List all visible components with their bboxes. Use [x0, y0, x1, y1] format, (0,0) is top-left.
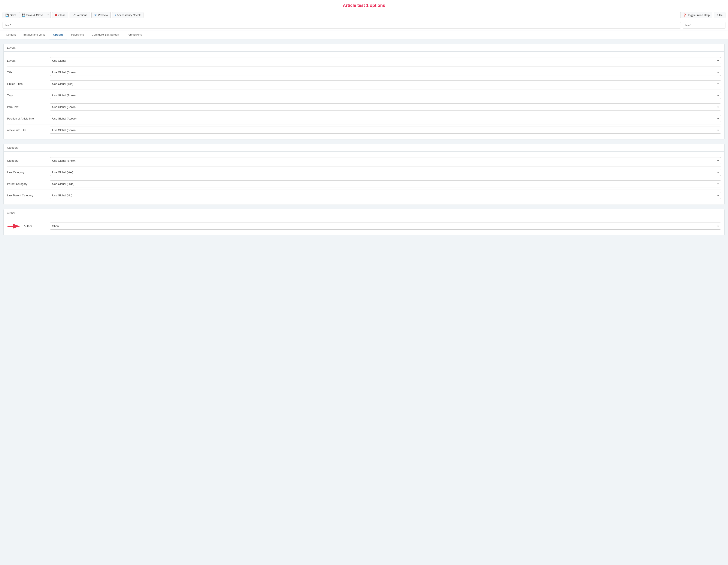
preview-button[interactable]: 👁 Preview [91, 12, 111, 18]
title-select-wrapper: Use Global (Show) [50, 69, 721, 76]
article-title-input[interactable] [3, 22, 681, 28]
parent-category-field: Use Global (Hide) [50, 180, 721, 187]
link-category-select-wrapper: Use Global (Yes) [50, 169, 721, 176]
help-label: He [719, 13, 723, 17]
layout-field-row: Layout Use Global [7, 55, 721, 67]
author-field-row: Author Show [7, 220, 721, 232]
accessibility-button[interactable]: ℹ Accessibility Check [112, 12, 143, 18]
title-bar [0, 20, 728, 30]
close-icon: ✕ [55, 13, 57, 17]
position-article-info-field: Use Global (Above) [50, 115, 721, 122]
tab-publishing[interactable]: Publishing [68, 30, 88, 39]
linked-titles-label: Linked Titles [7, 82, 50, 85]
linked-titles-field: Use Global (Yes) [50, 80, 721, 87]
save-icon: 💾 [5, 13, 9, 17]
category-field-row: Category Use Global (Show) [7, 155, 721, 167]
page-title: Article test 1 options [0, 0, 728, 10]
accessibility-label: Accessibility Check [117, 13, 141, 17]
linked-titles-select-wrapper: Use Global (Yes) [50, 80, 721, 87]
link-category-field: Use Global (Yes) [50, 169, 721, 176]
versions-button[interactable]: ⎇ Versions [70, 12, 90, 18]
tab-permissions[interactable]: Permissions [123, 30, 145, 39]
accessibility-icon: ℹ [115, 13, 116, 17]
author-section: Author Author [3, 209, 725, 235]
article-info-title-select[interactable]: Use Global (Show) [50, 127, 721, 134]
tab-configure-edit-screen[interactable]: Configure Edit Screen [88, 30, 122, 39]
help-button[interactable]: ? He [714, 12, 725, 18]
author-section-body: Author Show [4, 217, 724, 235]
layout-section-header: Layout [4, 44, 724, 52]
position-article-info-field-row: Position of Article Info Use Global (Abo… [7, 113, 721, 124]
title-field: Use Global (Show) [50, 69, 721, 76]
main-content: Layout Layout Use Global Title [0, 39, 728, 244]
intro-text-field: Use Global (Show) [50, 103, 721, 111]
article-info-title-field-row: Article Info Title Use Global (Show) [7, 124, 721, 136]
toolbar-right: ❓ Toggle Inline Help ? He [680, 12, 725, 18]
layout-label: Layout [7, 59, 50, 62]
toolbar: 💾 Save 💾 Save & Close ▾ ✕ Close ⎇ Versio… [0, 10, 728, 20]
category-section-header: Category [4, 144, 724, 152]
category-select[interactable]: Use Global (Show) [50, 157, 721, 164]
author-section-header: Author [4, 209, 724, 217]
position-article-info-label: Position of Article Info [7, 117, 50, 120]
position-article-info-select[interactable]: Use Global (Above) [50, 115, 721, 122]
close-button[interactable]: ✕ Close [52, 12, 68, 18]
tab-content[interactable]: Content [3, 30, 19, 39]
preview-icon: 👁 [94, 13, 97, 17]
save-button[interactable]: 💾 Save [3, 12, 19, 18]
link-category-field-row: Link Category Use Global (Yes) [7, 167, 721, 178]
tabs: Content Images and Links Options Publish… [0, 30, 728, 39]
tab-images-and-links[interactable]: Images and Links [20, 30, 49, 39]
parent-category-select[interactable]: Use Global (Hide) [50, 180, 721, 187]
article-info-title-field: Use Global (Show) [50, 127, 721, 134]
link-parent-category-field: Use Global (No) [50, 192, 721, 199]
author-select[interactable]: Show [50, 223, 721, 230]
category-select-wrapper: Use Global (Show) [50, 157, 721, 164]
layout-select[interactable]: Use Global [50, 57, 721, 64]
link-parent-category-select-wrapper: Use Global (No) [50, 192, 721, 199]
intro-text-select[interactable]: Use Global (Show) [50, 103, 721, 111]
tab-options[interactable]: Options [49, 30, 67, 39]
parent-category-label: Parent Category [7, 182, 50, 185]
category-section: Category Category Use Global (Show) Link… [3, 144, 725, 205]
parent-category-select-wrapper: Use Global (Hide) [50, 180, 721, 187]
link-parent-category-field-row: Link Parent Category Use Global (No) [7, 190, 721, 201]
save-close-label: Save & Close [26, 13, 43, 17]
link-parent-category-select[interactable]: Use Global (No) [50, 192, 721, 199]
layout-select-wrapper: Use Global [50, 57, 721, 64]
tags-select[interactable]: Use Global (Show) [50, 92, 721, 99]
author-label: Author [7, 223, 50, 229]
toggle-help-label: Toggle Inline Help [688, 13, 710, 17]
category-label: Category [7, 159, 50, 162]
intro-text-label: Intro Text [7, 105, 50, 109]
tags-field-row: Tags Use Global (Show) [7, 90, 721, 101]
preview-label: Preview [98, 13, 108, 17]
save-label: Save [10, 13, 16, 17]
red-arrow-icon [7, 223, 22, 229]
link-category-select[interactable]: Use Global (Yes) [50, 169, 721, 176]
save-close-icon: 💾 [22, 13, 25, 17]
close-label: Close [58, 13, 65, 17]
link-category-label: Link Category [7, 171, 50, 174]
toggle-help-icon: ❓ [683, 13, 686, 17]
layout-section: Layout Layout Use Global Title [3, 44, 725, 139]
category-field: Use Global (Show) [50, 157, 721, 164]
alias-input[interactable] [683, 22, 725, 28]
tags-field: Use Global (Show) [50, 92, 721, 99]
title-field-row: Title Use Global (Show) [7, 67, 721, 78]
title-select[interactable]: Use Global (Show) [50, 69, 721, 76]
tags-label: Tags [7, 94, 50, 97]
save-group: 💾 Save 💾 Save & Close ▾ [3, 12, 51, 18]
link-parent-category-label: Link Parent Category [7, 194, 50, 197]
help-icon: ? [716, 13, 718, 17]
position-article-info-select-wrapper: Use Global (Above) [50, 115, 721, 122]
linked-titles-select[interactable]: Use Global (Yes) [50, 80, 721, 87]
intro-text-select-wrapper: Use Global (Show) [50, 103, 721, 111]
author-select-wrapper: Show [50, 223, 721, 230]
category-section-body: Category Use Global (Show) Link Category… [4, 152, 724, 205]
author-field: Show [50, 223, 721, 230]
save-close-button[interactable]: 💾 Save & Close [19, 12, 46, 18]
title-label: Title [7, 71, 50, 74]
save-dropdown-button[interactable]: ▾ [46, 12, 51, 18]
toggle-help-button[interactable]: ❓ Toggle Inline Help [680, 12, 712, 18]
